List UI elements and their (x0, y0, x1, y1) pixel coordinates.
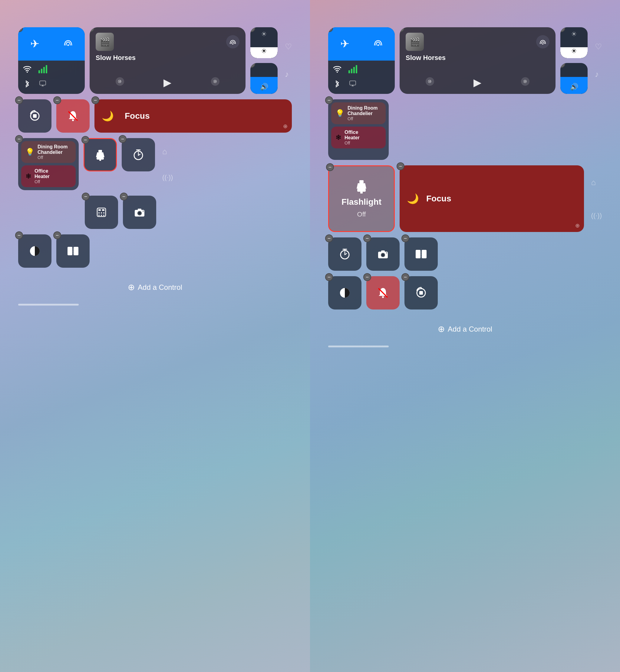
focus-submenu-r: ⊕ (575, 222, 580, 229)
sliders-col: − ☀ ☀ − 🔊 (250, 27, 277, 94)
contrast-tile-left[interactable]: − (18, 234, 51, 268)
svg-point-27 (98, 215, 100, 216)
music-note-icon: ♪ (285, 70, 292, 79)
play-btn[interactable]: ▶ (163, 76, 171, 88)
rotation-tile-r[interactable]: − (405, 276, 438, 309)
mirror-tile-right[interactable]: − (405, 237, 438, 271)
volume-slider[interactable]: − 🔊 (250, 63, 277, 94)
svg-point-58 (382, 254, 384, 256)
svg-rect-41 (349, 70, 350, 73)
minus-timer-r[interactable]: − (325, 234, 333, 242)
skip-back-btn-r[interactable]: ⑩ (425, 77, 435, 88)
heater-text-r: Office Heater Off (345, 130, 360, 145)
chandelier-item[interactable]: 💡 Dining Room Chandelier Off (21, 141, 76, 163)
row-2-right: − 💡 Dining Room Chandelier Off ❄ Office … (328, 99, 602, 160)
svg-rect-22 (98, 209, 101, 211)
media-thumbnail: 🎬 (96, 33, 114, 51)
airplay2-icon-r[interactable] (349, 80, 357, 90)
minus-contrast[interactable]: − (15, 231, 23, 239)
brightness-bottom-icon-r: ☀ (560, 47, 587, 55)
airplay-cell-r[interactable] (361, 27, 395, 60)
connectivity-bottom-left[interactable] (18, 60, 51, 94)
svg-rect-13 (33, 114, 37, 118)
contrast-tile-right[interactable]: − (328, 276, 361, 309)
homekit-tile-right[interactable]: − 💡 Dining Room Chandelier Off ❄ Office … (328, 99, 389, 160)
edge-icons-right-r: ♡ ♪ (592, 27, 602, 94)
minus-mirror[interactable]: − (53, 231, 61, 239)
calculator-tile-left[interactable]: − (85, 196, 118, 229)
add-control-right[interactable]: ⊕ Add a Control (328, 315, 602, 334)
heater-name-r: Office (345, 130, 360, 135)
camera-tile-right[interactable]: − (366, 237, 400, 271)
connectivity-block-right[interactable]: − ✈ (328, 27, 395, 94)
chandelier-item-r[interactable]: 💡 Dining Room Chandelier Off (331, 102, 386, 124)
media-player-left[interactable]: − 🎬 Slow Horses (90, 27, 246, 94)
media-player-right[interactable]: − 🎬 Slow Horses (400, 27, 556, 94)
focus-tile-r[interactable]: − 🌙 Focus ⊕ (400, 165, 584, 232)
flashlight-small-left[interactable]: − (84, 138, 117, 172)
airplay-media-btn-r[interactable] (536, 35, 550, 48)
minus-camera-r[interactable]: − (363, 234, 371, 242)
minus-flashlight[interactable]: − (82, 136, 89, 144)
airplane-cell-r[interactable]: ✈ (328, 27, 361, 60)
minus-homekit-r[interactable]: − (325, 96, 333, 104)
rotation-tile[interactable]: − (18, 99, 51, 133)
edge-icons-row3: ⌂ ((·)) (160, 138, 173, 190)
minus-timer[interactable]: − (119, 135, 126, 143)
wifi-icon-r[interactable] (332, 64, 342, 76)
timer-tile-left[interactable]: − (122, 138, 155, 172)
brightness-slider[interactable]: − ☀ ☀ (250, 27, 277, 58)
flashlight-expanded-right[interactable]: − Flashlight Off (328, 165, 395, 232)
brightness-slider-r[interactable]: − ☀ ☀ (560, 27, 587, 58)
focus-tile[interactable]: − 🌙 Focus ⊕ (95, 99, 292, 133)
minus-contrast-r[interactable]: − (325, 273, 333, 281)
minus-rotation-r[interactable]: − (402, 273, 409, 281)
minus-media[interactable]: − (90, 27, 95, 32)
add-control-left[interactable]: ⊕ Add a Control (18, 273, 292, 292)
row-3-right: − Flashlight Off − 🌙 Focus ⊕ ⌂ (328, 165, 602, 232)
svg-rect-16 (98, 150, 102, 152)
minus-mirror-r[interactable]: − (402, 234, 409, 242)
mirror-tile-left[interactable]: − (56, 234, 90, 268)
minus-focus-r[interactable]: − (397, 162, 405, 170)
timer-tile-right[interactable]: − (328, 237, 361, 271)
airplay-cell[interactable] (51, 27, 85, 60)
svg-rect-19 (99, 159, 101, 161)
volume-slider-r[interactable]: − 🔊 (560, 63, 587, 94)
row-1: − ✈ (18, 27, 292, 94)
heater-item[interactable]: ❄ Office Heater Off (21, 165, 76, 187)
sliders-col-r: − ☀ ☀ − 🔊 (560, 27, 587, 94)
connectivity-bottom-left-r[interactable] (328, 60, 361, 94)
minus-bell[interactable]: − (53, 96, 61, 104)
airplane-cell[interactable]: ✈ (18, 27, 51, 60)
bell-muted-tile-r[interactable]: − (366, 276, 400, 309)
skip-fwd-btn[interactable]: ⑩ (210, 77, 220, 88)
svg-rect-36 (67, 247, 72, 255)
minus-flashlight-r[interactable]: − (326, 163, 334, 171)
play-btn-r[interactable]: ▶ (473, 76, 481, 88)
homekit-tile-left[interactable]: − 💡 Dining Room Chandelier Off ❄ Office … (18, 138, 79, 190)
svg-point-32 (138, 212, 141, 214)
minus-media-r[interactable]: − (400, 27, 405, 32)
bluetooth-icon-r[interactable] (333, 80, 342, 90)
svg-marker-52 (357, 183, 366, 189)
bell-muted-tile[interactable]: − (56, 99, 90, 133)
minus-bell-r[interactable]: − (363, 273, 371, 281)
wifi-icon[interactable] (22, 64, 32, 76)
row-5: − − (18, 234, 292, 268)
skip-back-btn[interactable]: ⑩ (115, 77, 125, 88)
connectivity-block[interactable]: − ✈ (18, 27, 85, 94)
heater-item-r[interactable]: ❄ Office Heater Off (331, 127, 386, 148)
camera-tile-left[interactable]: − (123, 196, 156, 229)
minus-rotation[interactable]: − (15, 96, 23, 104)
skip-fwd-btn-r[interactable]: ⑩ (520, 77, 530, 88)
minus-homekit[interactable]: − (15, 135, 23, 143)
minus-camera[interactable]: − (120, 193, 128, 200)
minus-focus[interactable]: − (92, 96, 99, 104)
bluetooth-icon[interactable] (23, 80, 32, 90)
minus-calc[interactable]: − (82, 193, 90, 200)
airplay2-icon[interactable] (39, 80, 47, 90)
airplay-media-btn[interactable] (226, 35, 240, 48)
svg-rect-61 (416, 250, 420, 258)
svg-point-65 (382, 296, 384, 298)
